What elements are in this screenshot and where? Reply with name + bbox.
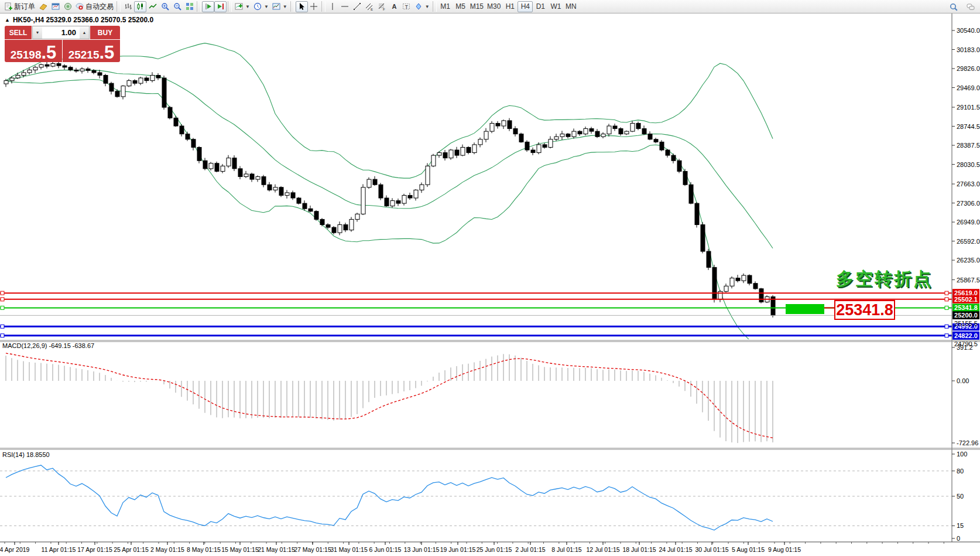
candle bbox=[86, 69, 90, 71]
vline-icon bbox=[328, 2, 337, 11]
price-scale-tick: 28030.5 bbox=[957, 161, 980, 168]
tf-w1-button[interactable]: W1 bbox=[548, 1, 563, 12]
bar-chart-button[interactable] bbox=[122, 1, 134, 12]
tf-m5-label: M5 bbox=[455, 2, 465, 11]
tf-m1-button[interactable]: M1 bbox=[438, 1, 453, 12]
candle bbox=[68, 67, 73, 70]
data-window-button[interactable] bbox=[49, 1, 61, 12]
candle bbox=[695, 203, 699, 224]
candle bbox=[689, 185, 693, 203]
line-handle[interactable] bbox=[1, 325, 4, 328]
trendline-button[interactable] bbox=[351, 1, 364, 12]
candle bbox=[619, 129, 623, 134]
candle bbox=[45, 64, 49, 66]
tf-m30-button[interactable]: M30 bbox=[485, 1, 502, 12]
candle bbox=[291, 193, 295, 198]
tile-windows-button[interactable] bbox=[183, 1, 196, 12]
green-rectangle-object[interactable] bbox=[786, 304, 824, 314]
candle-chart-button[interactable] bbox=[134, 1, 146, 12]
candle bbox=[461, 147, 465, 155]
magnifier-icon bbox=[950, 3, 958, 11]
candle bbox=[197, 147, 201, 161]
periods-button[interactable]: ▼ bbox=[252, 1, 270, 12]
candle bbox=[10, 78, 14, 81]
candle bbox=[437, 153, 441, 156]
buy-button[interactable]: BUY bbox=[90, 26, 120, 39]
line-handle[interactable] bbox=[945, 298, 948, 301]
text-button[interactable]: A bbox=[388, 1, 400, 12]
macd-scale-tick: -722.96 bbox=[957, 439, 978, 446]
auto-trading-button[interactable]: 自动交易 bbox=[74, 1, 115, 12]
candle bbox=[590, 129, 594, 132]
candle bbox=[455, 150, 459, 155]
text-label-button[interactable]: T bbox=[400, 1, 413, 12]
tf-h1-button[interactable]: H1 bbox=[502, 1, 518, 12]
collapse-panel-icon[interactable]: ▲ bbox=[5, 17, 10, 23]
price-scale-tick: 28744.5 bbox=[957, 123, 980, 130]
templates-button[interactable]: ▼ bbox=[270, 1, 289, 12]
candle bbox=[80, 69, 84, 71]
candle bbox=[127, 81, 131, 86]
line-handle[interactable] bbox=[945, 334, 948, 337]
line-handle[interactable] bbox=[1, 306, 4, 309]
toolbar-separator bbox=[290, 1, 294, 12]
toolbar-group: M1M5M15M30H1H4D1W1MN bbox=[438, 0, 579, 13]
candle bbox=[472, 145, 477, 153]
price-scale-tick: 29101.5 bbox=[957, 104, 980, 111]
candle bbox=[543, 145, 547, 148]
indicators-button[interactable]: ▼ bbox=[233, 1, 252, 12]
tf-mn-button[interactable]: MN bbox=[563, 1, 578, 12]
volume-increase-button[interactable]: ▴ bbox=[80, 26, 89, 39]
search-button[interactable] bbox=[947, 1, 960, 12]
line-chart-button[interactable] bbox=[146, 1, 159, 12]
line-handle[interactable] bbox=[1, 334, 4, 337]
market-watch-button[interactable] bbox=[37, 1, 49, 12]
candle bbox=[595, 131, 599, 137]
shapes-button[interactable]: ▼ bbox=[413, 1, 431, 12]
price-callout-box[interactable]: 25341.8 bbox=[834, 300, 895, 320]
toolbar-group bbox=[296, 0, 320, 13]
line-handle[interactable] bbox=[945, 306, 948, 309]
candle bbox=[16, 76, 20, 79]
tf-h4-button[interactable]: H4 bbox=[518, 1, 533, 12]
sell-button[interactable]: SELL bbox=[5, 26, 32, 39]
horizontal-line-button[interactable] bbox=[339, 1, 351, 12]
tf-m5-button[interactable]: M5 bbox=[453, 1, 468, 12]
clock-icon bbox=[253, 2, 262, 11]
vertical-line-button[interactable] bbox=[327, 1, 339, 12]
candle bbox=[701, 225, 705, 252]
line-handle[interactable] bbox=[1, 298, 4, 301]
zoom-out-button[interactable] bbox=[171, 1, 183, 12]
tf-d1-button[interactable]: D1 bbox=[533, 1, 548, 12]
sell-price-button[interactable]: 25198 .5 bbox=[5, 40, 62, 62]
zoom-in-button[interactable] bbox=[159, 1, 171, 12]
candle bbox=[279, 187, 283, 196]
cursor-button[interactable] bbox=[296, 1, 308, 12]
new-order-button[interactable]: 新订单 bbox=[2, 1, 37, 12]
fibonacci-button[interactable]: F bbox=[376, 1, 388, 12]
line-handle[interactable] bbox=[945, 291, 948, 295]
equidistant-channel-button[interactable]: E bbox=[364, 1, 376, 12]
crosshair-button[interactable] bbox=[308, 1, 320, 12]
candle bbox=[203, 161, 207, 169]
price-scale-tick: 30183.0 bbox=[957, 46, 980, 53]
auto-scroll-button[interactable] bbox=[202, 1, 214, 12]
sell-price-main: 25198 bbox=[11, 49, 42, 60]
candle bbox=[379, 185, 383, 198]
chat-button[interactable] bbox=[964, 1, 976, 12]
volume-input[interactable] bbox=[42, 26, 80, 39]
macd-scale-tick: 391.2 bbox=[957, 344, 973, 351]
rsi-label: RSI(14) 18.8550 bbox=[2, 451, 50, 458]
buy-price-button[interactable]: 25215 .5 bbox=[63, 40, 120, 62]
candle bbox=[344, 225, 348, 230]
line-handle[interactable] bbox=[945, 325, 948, 328]
sell-price-frac: .5 bbox=[41, 45, 56, 60]
line-handle[interactable] bbox=[1, 291, 4, 295]
candle bbox=[180, 126, 184, 134]
navigator-button[interactable] bbox=[61, 1, 74, 12]
tf-m15-button[interactable]: M15 bbox=[468, 1, 485, 12]
volume-decrease-button[interactable]: ▾ bbox=[33, 26, 42, 39]
candle bbox=[408, 195, 412, 198]
turning-point-annotation: 多空转折点 bbox=[836, 267, 933, 291]
chart-shift-button[interactable] bbox=[214, 1, 227, 12]
